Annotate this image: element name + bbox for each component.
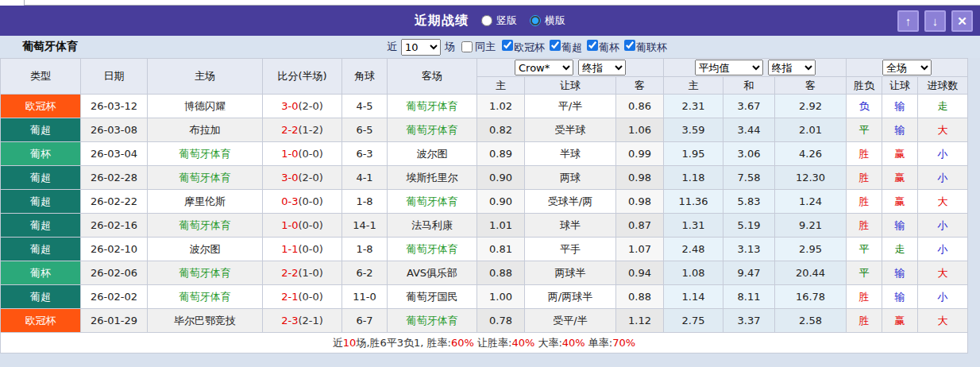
- league-label-3: 葡联杯: [636, 41, 667, 53]
- halftime-score: (2-0): [298, 100, 322, 112]
- same-home-checkbox[interactable]: [461, 41, 473, 52]
- filter-bar: 葡萄牙体育 近 10 场 同主 欧冠杯葡超葡杯葡联杯: [0, 36, 980, 58]
- bookmaker-select[interactable]: Crow*: [515, 60, 573, 75]
- home-team: 葡萄牙体育: [148, 214, 263, 238]
- type-badge: 葡超: [1, 190, 81, 214]
- layout-radio-horizontal[interactable]: 横版: [530, 14, 565, 28]
- filter-controls: 近 10 场 同主 欧冠杯葡超葡杯葡联杯: [387, 39, 667, 56]
- away-team: 葡萄牙国民: [388, 285, 477, 309]
- avg-home: 2.48: [664, 238, 723, 261]
- fulltime-score: 1-1: [281, 243, 298, 255]
- avg-draw: 3.67: [723, 95, 775, 118]
- vertical-radio-label: 竖版: [496, 14, 517, 28]
- scope-select[interactable]: 全场: [882, 60, 932, 75]
- odds-away: 0.98: [616, 190, 664, 214]
- sub-home-odds: 主: [477, 77, 525, 95]
- fulltime-score: 0-3: [281, 195, 298, 207]
- score-cell: 2-3(2-1): [263, 309, 342, 333]
- table-row: 欧冠杯26-03-12博德闪耀3-0(2-0)4-5葡萄牙体育1.02平/半0.…: [1, 95, 968, 118]
- header-date: 日期: [81, 59, 148, 95]
- window-buttons: ↑ ↓ ✕: [897, 10, 973, 32]
- avg-home: 11.36: [664, 190, 723, 214]
- avg-draw: 8.11: [723, 285, 775, 309]
- odds-home: 0.88: [477, 261, 525, 285]
- summary-row: 近10场,胜6平3负1, 胜率:60% 让胜率:40% 大率:40% 单率:70…: [1, 333, 968, 353]
- matches-label: 场: [445, 40, 455, 54]
- date-cell: 26-03-08: [81, 118, 148, 142]
- team-name: 葡萄牙体育: [22, 40, 78, 54]
- league-checkbox-3[interactable]: [624, 40, 635, 51]
- score-cell: 1-1(0-0): [263, 238, 342, 261]
- halftime-score: (0-0): [298, 219, 322, 231]
- league-checkbox-2[interactable]: [587, 40, 598, 51]
- result-outcome: 平: [847, 238, 882, 261]
- type-badge: 葡超: [1, 285, 81, 309]
- close-button[interactable]: ✕: [951, 10, 973, 32]
- halftime-score: (2-0): [298, 172, 322, 184]
- date-cell: 26-02-22: [81, 190, 148, 214]
- odds-home: 1.02: [477, 95, 525, 118]
- halftime-score: (1-2): [298, 124, 322, 136]
- corner-cell: 6-3: [342, 142, 388, 166]
- result-outcome: 平: [847, 118, 882, 142]
- home-team: 葡萄牙体育: [148, 285, 263, 309]
- bookmaker-odds-type-select[interactable]: 终指: [578, 60, 626, 75]
- odds-handicap: 两/两球半: [525, 285, 616, 309]
- odds-away: 0.94: [616, 261, 664, 285]
- horizontal-radio-input[interactable]: [530, 15, 541, 26]
- avg-draw: 3.06: [723, 142, 775, 166]
- corner-cell: 1-8: [342, 238, 388, 261]
- halftime-score: (0-0): [298, 148, 322, 160]
- type-badge: 葡杯: [1, 142, 81, 166]
- odds-home: 0.90: [477, 166, 525, 190]
- odds-home: 1.01: [477, 214, 525, 238]
- date-cell: 26-02-16: [81, 214, 148, 238]
- result-goals: 走: [918, 95, 968, 118]
- odds-handicap: 受半球: [525, 118, 616, 142]
- halftime-score: (2-1): [298, 315, 322, 326]
- avg-home: 2.75: [664, 309, 723, 333]
- header-away: 客场: [388, 59, 477, 95]
- league-checkbox-1[interactable]: [550, 40, 561, 51]
- halftime-score: (0-0): [298, 195, 322, 207]
- odds-handicap: 平/半: [525, 95, 616, 118]
- home-team: 摩里伦斯: [148, 190, 263, 214]
- avg-away: 4.26: [775, 142, 847, 166]
- avg-home: 1.95: [664, 142, 723, 166]
- result-handicap: 赢: [882, 309, 918, 333]
- score-cell: 0-3(0-0): [263, 190, 342, 214]
- avg-away: 2.01: [775, 118, 847, 142]
- odds-handicap: 受球半/两: [525, 190, 616, 214]
- away-team: 葡萄牙体育: [388, 309, 477, 333]
- fulltime-score: 1-0: [281, 219, 298, 231]
- home-team: 葡萄牙体育: [148, 261, 263, 285]
- table-row: 葡杯26-02-06葡萄牙体育2-2(1-0)6-2AVS俱乐部0.88两球半0…: [1, 261, 968, 285]
- home-team: 葡萄牙体育: [148, 142, 263, 166]
- avg-draw: 7.58: [723, 166, 775, 190]
- avg-draw: 3.44: [723, 118, 775, 142]
- league-checkbox-0[interactable]: [502, 40, 513, 51]
- horizontal-radio-label: 横版: [545, 14, 565, 28]
- move-up-button[interactable]: ↑: [897, 10, 919, 32]
- away-team: 葡萄牙体育: [388, 190, 477, 214]
- type-badge: 欧冠杯: [1, 95, 81, 118]
- avg-home: 1.18: [664, 166, 723, 190]
- type-badge: 葡超: [1, 214, 81, 238]
- vertical-radio-input[interactable]: [481, 15, 492, 26]
- odds-home: 0.82: [477, 118, 525, 142]
- avg-home: 2.31: [664, 95, 723, 118]
- sub-handicap: 让球: [525, 77, 616, 95]
- summary-segment-6: 大率:: [534, 337, 562, 349]
- table-row: 葡超26-02-16葡萄牙体育1-0(0-0)14-1法马利康1.01球半0.8…: [1, 214, 968, 238]
- result-handicap: 输: [882, 95, 918, 118]
- corner-cell: 14-1: [342, 214, 388, 238]
- average-odds-type-select[interactable]: 终指: [768, 60, 816, 75]
- layout-radio-vertical[interactable]: 竖版: [481, 14, 517, 28]
- match-count-select[interactable]: 10: [401, 39, 441, 56]
- result-handicap: 走: [882, 238, 918, 261]
- move-down-button[interactable]: ↓: [924, 10, 946, 32]
- result-outcome: 胜: [847, 166, 882, 190]
- result-handicap: 输: [882, 261, 918, 285]
- league-label-2: 葡杯: [599, 41, 619, 53]
- average-select[interactable]: 平均值: [695, 60, 763, 75]
